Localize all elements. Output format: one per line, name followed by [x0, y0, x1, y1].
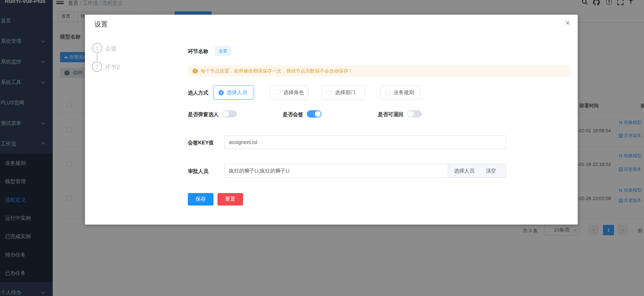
approver-label: 审批人员	[188, 168, 208, 175]
countersign-key-input[interactable]: assigneeList	[224, 135, 506, 149]
popup-select-toggle[interactable]	[222, 110, 237, 118]
clear-button[interactable]: 清空	[486, 164, 496, 177]
step-connector	[97, 54, 97, 61]
countersign-toggle[interactable]	[307, 110, 321, 118]
warning-text: 每个节点设置，如有修改都请保存一次，跳转节点后数据不会自动保存！	[201, 65, 353, 77]
close-icon[interactable]: ✕	[565, 19, 570, 27]
settings-modal: 设置 ✕ 1 会签 2 环节2 环节名称 会签 ! 每个节点设置，如有修改都请保…	[85, 15, 578, 225]
step-1-label[interactable]: 会签	[105, 45, 117, 53]
warning-icon: !	[193, 69, 198, 74]
radio-icon	[327, 90, 332, 95]
pick-person-button[interactable]: 选择人员	[454, 164, 474, 177]
node-name-tag: 会签	[215, 46, 231, 56]
step-1-circle[interactable]: 1	[92, 43, 102, 53]
radio-select-role[interactable]: 选择角色	[270, 85, 309, 100]
countersign-key-label: 会签KEY值	[188, 140, 214, 146]
radio-icon	[219, 90, 224, 95]
save-button[interactable]: 保存	[188, 193, 213, 206]
step-2-label[interactable]: 环节2	[105, 64, 120, 71]
assignee-mode-label: 选人方式	[188, 90, 208, 96]
approver-input-append: 选择人员 清空	[448, 164, 506, 178]
radio-icon	[275, 90, 280, 95]
countersign-label: 是否会签	[283, 111, 303, 118]
modal-title: 设置	[94, 20, 108, 29]
radio-select-dept[interactable]: 选择部门	[321, 85, 365, 100]
returnable-label: 是否可退回	[378, 111, 403, 118]
approver-input[interactable]: 疯狂的狮子Li,疯狂的狮子Li	[224, 164, 448, 178]
warning-alert: ! 每个节点设置，如有修改都请保存一次，跳转节点后数据不会自动保存！	[188, 65, 570, 77]
popup-select-label: 是否弹窗选人	[188, 111, 219, 118]
node-name-label: 环节名称	[188, 48, 208, 55]
reset-button[interactable]: 重置	[217, 193, 243, 206]
radio-business-rule[interactable]: 业务规则	[380, 85, 420, 100]
radio-select-person[interactable]: 选择人员	[213, 85, 254, 100]
step-2-circle[interactable]: 2	[92, 62, 102, 72]
app-frame: RuoYi-Vue-Plus 首页 系统管理 系统监控 系统工具 PLUS官网 …	[0, 0, 644, 296]
radio-icon	[386, 90, 391, 95]
returnable-toggle[interactable]	[407, 110, 422, 118]
